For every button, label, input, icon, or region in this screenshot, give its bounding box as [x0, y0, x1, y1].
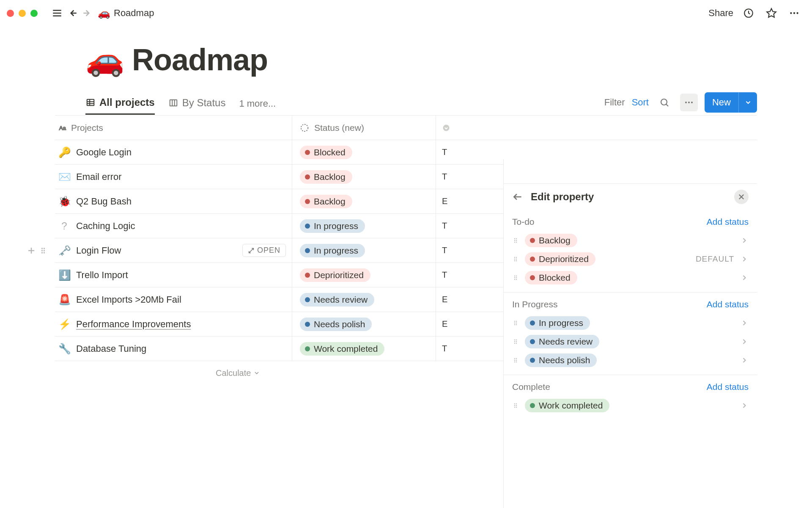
chevron-right-icon[interactable]: [740, 356, 749, 364]
drag-handle-icon[interactable]: [512, 401, 519, 410]
drag-handle-icon[interactable]: [512, 254, 519, 264]
add-status-button[interactable]: Add status: [707, 299, 749, 309]
drag-handle-icon[interactable]: [512, 273, 519, 282]
panel-back-icon[interactable]: [512, 191, 523, 202]
forward-icon: [80, 6, 95, 21]
search-icon[interactable]: [656, 94, 673, 111]
chevron-right-icon[interactable]: [740, 273, 749, 282]
svg-point-76: [514, 405, 516, 406]
chevron-right-icon[interactable]: [740, 255, 749, 263]
cell-status[interactable]: Deprioritized: [292, 263, 436, 287]
chevron-right-icon[interactable]: [740, 401, 749, 410]
favorite-icon[interactable]: [764, 6, 779, 21]
cell-status[interactable]: Blocked: [292, 140, 436, 164]
more-icon[interactable]: [787, 6, 802, 21]
back-icon[interactable]: [65, 6, 80, 21]
tab-all-projects[interactable]: All projects: [85, 93, 155, 115]
status-option[interactable]: Blocked: [504, 268, 757, 287]
chevron-right-icon[interactable]: [740, 337, 749, 346]
close-window-icon[interactable]: [7, 10, 14, 17]
cell-extra[interactable]: T: [436, 165, 461, 189]
cell-project[interactable]: ? Caching Logic: [55, 214, 292, 238]
status-column-icon: [300, 123, 309, 133]
svg-point-50: [514, 276, 516, 277]
drag-handle-icon[interactable]: [512, 356, 519, 365]
view-options-icon[interactable]: [680, 94, 698, 111]
page-title[interactable]: Roadmap: [132, 42, 268, 77]
panel-close-icon[interactable]: [734, 190, 749, 204]
expand-icon: [248, 247, 255, 254]
svg-point-58: [514, 323, 516, 324]
cell-project[interactable]: 🐞 Q2 Bug Bash: [55, 189, 292, 213]
cell-extra[interactable]: T: [436, 263, 461, 287]
cell-project[interactable]: 🔑 Google Login: [55, 140, 292, 164]
group-label: Complete: [512, 382, 550, 392]
drag-handle-icon[interactable]: [512, 337, 519, 346]
cell-status[interactable]: Work completed: [292, 337, 436, 361]
cell-project[interactable]: 🚨 Excel Imports >20Mb Fail: [55, 287, 292, 312]
column-status[interactable]: Status (new): [292, 116, 436, 140]
breadcrumb[interactable]: 🚗 Roadmap: [98, 7, 154, 19]
sort-button[interactable]: Sort: [632, 97, 649, 108]
row-title: Google Login: [76, 147, 132, 158]
row-title: Database Tuning: [76, 343, 146, 354]
cell-extra[interactable]: E: [436, 287, 461, 312]
chevron-right-icon[interactable]: [740, 319, 749, 327]
page-emoji[interactable]: 🚗: [85, 44, 124, 75]
status-option[interactable]: Deprioritized DEFAULT: [504, 250, 757, 268]
chevron-right-icon[interactable]: [740, 236, 749, 245]
add-status-button[interactable]: Add status: [707, 217, 749, 227]
tab-label: All projects: [99, 97, 155, 108]
cell-project[interactable]: ⬇️ Trello Import: [55, 263, 292, 287]
updates-icon[interactable]: [741, 6, 756, 21]
fullscreen-window-icon[interactable]: [30, 10, 38, 17]
status-option[interactable]: Work completed: [504, 396, 757, 415]
chevron-down-icon: [253, 370, 260, 376]
cell-project[interactable]: ⚡ Performance Improvements: [55, 312, 292, 336]
calculate-button[interactable]: Calculate: [216, 368, 260, 378]
minimize-window-icon[interactable]: [19, 10, 26, 17]
cell-status[interactable]: Backlog: [292, 189, 436, 213]
new-button[interactable]: New: [705, 92, 757, 113]
status-option[interactable]: Needs review: [504, 332, 757, 351]
svg-point-69: [516, 358, 517, 359]
cell-status[interactable]: Needs polish: [292, 312, 436, 336]
menu-icon[interactable]: [49, 6, 65, 21]
cell-extra[interactable]: T: [436, 214, 461, 238]
svg-point-67: [516, 343, 517, 344]
cell-extra[interactable]: E: [436, 189, 461, 213]
cell-status[interactable]: In progress: [292, 214, 436, 238]
new-button-label: New: [705, 92, 738, 113]
new-button-dropdown[interactable]: [738, 92, 757, 113]
cell-extra[interactable]: E: [436, 312, 461, 336]
column-extra[interactable]: [436, 116, 461, 140]
share-button[interactable]: Share: [708, 8, 733, 19]
filter-button[interactable]: Filter: [604, 97, 625, 108]
cell-extra[interactable]: T: [436, 238, 461, 262]
cell-project[interactable]: 🗝️ Login Flow OPEN: [55, 238, 292, 262]
tab-by-status[interactable]: By Status: [168, 94, 226, 114]
drag-handle-icon[interactable]: [512, 318, 519, 328]
cell-status[interactable]: In progress: [292, 238, 436, 262]
open-page-button[interactable]: OPEN: [242, 244, 286, 257]
status-option[interactable]: Needs polish: [504, 351, 757, 370]
cell-extra[interactable]: T: [436, 140, 461, 164]
drag-handle-icon[interactable]: [39, 246, 47, 256]
cell-extra[interactable]: T: [436, 337, 461, 361]
cell-project[interactable]: ✉️ Email error: [55, 165, 292, 189]
column-projects[interactable]: Aa Projects: [55, 123, 292, 133]
row-emoji: 🚨: [58, 294, 70, 306]
svg-point-27: [41, 248, 43, 249]
cell-status[interactable]: Needs review: [292, 287, 436, 312]
add-status-button[interactable]: Add status: [707, 382, 749, 392]
status-option[interactable]: In progress: [504, 314, 757, 332]
svg-point-64: [514, 341, 516, 342]
page-title-row: 🚗 Roadmap: [55, 42, 757, 77]
status-option[interactable]: Backlog: [504, 231, 757, 250]
add-row-icon[interactable]: [26, 246, 36, 256]
drag-handle-icon[interactable]: [512, 236, 519, 245]
cell-project[interactable]: 🔧 Database Tuning: [55, 337, 292, 361]
svg-point-52: [514, 277, 516, 279]
more-views[interactable]: 1 more...: [239, 98, 276, 109]
cell-status[interactable]: Backlog: [292, 165, 436, 189]
